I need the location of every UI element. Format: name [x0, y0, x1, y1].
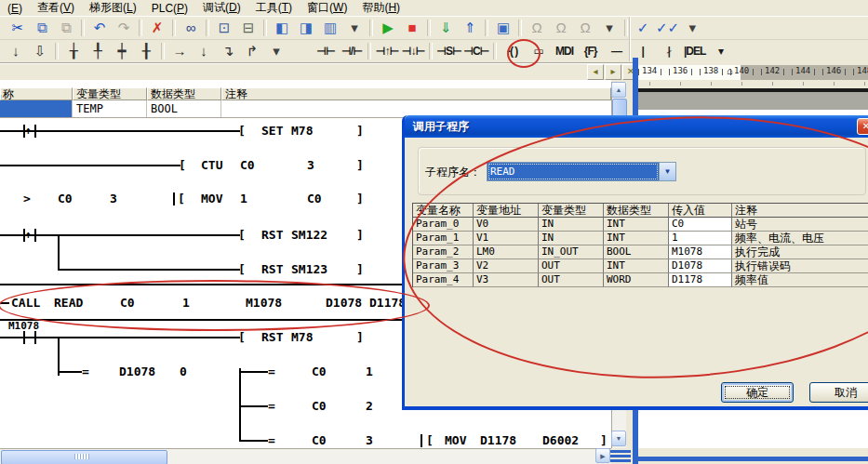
window-layout-right-icon[interactable]: ◨ — [294, 19, 318, 37]
contact-falling-icon[interactable]: ⊣↓⊢ — [400, 42, 426, 60]
delete-branch-icon[interactable]: ┿ — [110, 42, 134, 60]
print-icon[interactable]: ⊟ — [236, 19, 260, 37]
paste-icon[interactable]: ⧉ — [54, 19, 78, 37]
close-icon[interactable]: ✕ — [857, 118, 868, 135]
scroll-down-button[interactable]: ▼ — [611, 431, 626, 446]
set-contact-icon[interactable]: ⊣S⊢ — [435, 42, 462, 60]
download-program-icon[interactable]: ⇓ — [434, 19, 458, 37]
wire-corner-down-icon[interactable]: ↴ — [216, 42, 240, 60]
wire-right-icon[interactable]: → — [167, 42, 192, 60]
column-header-comment[interactable]: 注释 — [221, 87, 611, 100]
unlock-icon[interactable]: Ω — [573, 19, 597, 37]
compare-contact-icon[interactable]: ⊣C⊢ — [462, 42, 490, 60]
toolbar-separator — [367, 43, 371, 60]
delete-icon[interactable]: ✗ — [145, 19, 169, 37]
toolbar-separator — [369, 20, 373, 36]
size-grip[interactable] — [610, 450, 631, 462]
param-table-row[interactable]: Param_4V3OUTWORDD1178频率值 — [413, 273, 868, 287]
menu-item[interactable]: 工具(T) — [248, 0, 300, 16]
layout-dropdown-arrow-icon[interactable]: ▾ — [342, 19, 367, 37]
merge-branch-icon[interactable]: ╂ — [134, 42, 158, 60]
variable-type-cell[interactable]: TEMP — [73, 100, 147, 117]
param-vartype-cell: OUT — [539, 259, 604, 273]
scroll-up-button[interactable]: ▲ — [611, 82, 626, 98]
param-value-cell[interactable]: D1078 — [669, 259, 732, 273]
param-table-row[interactable]: Param_0V0ININTC0站号 — [413, 218, 868, 232]
scroll-down-icon: ▼ — [616, 435, 622, 442]
param-vartype-cell: IN — [539, 232, 604, 245]
param-value-cell[interactable]: C0 — [669, 218, 732, 232]
param-table-row[interactable]: Param_3V2OUTINTD1078执行错误码 — [413, 259, 868, 273]
menu-item[interactable]: 调试(D) — [195, 0, 248, 16]
variable-datatype-cell[interactable]: BOOL — [147, 100, 221, 117]
menu-item[interactable]: PLC(P) — [144, 2, 195, 15]
instruction-box-icon[interactable]: ▭ — [526, 42, 552, 60]
scroll-right-button[interactable]: ▶ — [595, 448, 610, 463]
horizontal-line-icon[interactable]: — — [604, 42, 630, 60]
contact-no-icon[interactable]: ⊣⊢ — [313, 42, 339, 60]
mdi-icon[interactable]: MDI — [552, 42, 578, 60]
menu-item[interactable]: 查看(V) — [30, 0, 82, 16]
insert-branch-up-icon[interactable]: ╀ — [86, 42, 110, 60]
ok-button[interactable]: 确定 — [721, 382, 794, 403]
variable-name-cell-selected[interactable] — [0, 100, 73, 117]
param-value-cell[interactable]: 1 — [669, 232, 732, 245]
print-preview-icon[interactable]: ⊡ — [212, 19, 236, 37]
upload-program-icon[interactable]: ⇑ — [458, 19, 482, 37]
insert-network-icon[interactable]: ↓ — [4, 42, 28, 60]
column-header-name[interactable]: 名称 — [0, 87, 73, 100]
wire-dropdown-arrow-icon[interactable]: ▾ — [264, 42, 288, 60]
chevron-down-icon[interactable]: ▼ — [659, 163, 675, 180]
column-header-var-type[interactable]: 变量类型 — [73, 87, 147, 100]
column-header-data-type[interactable]: 数据类型 — [147, 87, 221, 100]
dialog-title: 调用子程序 — [413, 119, 469, 135]
param-table-column-header: 变量类型 — [539, 204, 604, 218]
copy-icon[interactable]: ⧉ — [30, 19, 54, 37]
monitor-icon[interactable]: ▣ — [491, 19, 515, 37]
contact-nc-icon[interactable]: ⊣/⊢ — [339, 42, 365, 60]
param-vartype-cell: IN — [539, 218, 604, 232]
insert-branch-down-icon[interactable]: ╁ — [61, 42, 86, 60]
right-window-bottom-border — [638, 457, 868, 461]
param-value-cell[interactable]: M1078 — [669, 245, 732, 259]
contact-rising-icon[interactable]: ⊣↑⊢ — [374, 42, 400, 60]
menu-item[interactable]: (E) — [0, 2, 30, 15]
param-address-cell: V0 — [474, 218, 539, 232]
param-table-column-header: 注释 — [732, 204, 868, 218]
subroutine-name-dropdown[interactable]: READ ▼ — [487, 162, 676, 181]
variable-table-header: 名称 变量类型 数据类型 注释 — [0, 87, 611, 100]
scroll-tab-right-icon[interactable]: ▸ — [605, 64, 621, 80]
cut-icon[interactable]: ✂ — [6, 19, 30, 37]
wire-down-icon[interactable]: ↓ — [192, 42, 216, 60]
toolbar-separator — [139, 20, 142, 36]
scroll-tab-left-icon[interactable]: ◂ — [587, 64, 604, 80]
right-window-canvas-bottom — [638, 410, 868, 448]
undo-icon[interactable]: ↶ — [87, 19, 112, 37]
lock-icon[interactable]: Ω — [525, 19, 549, 37]
lock-dropdown-arrow-icon[interactable]: ▾ — [597, 19, 621, 37]
compile-all-icon[interactable]: ✓✓ — [655, 19, 680, 37]
compile-dropdown-arrow-icon[interactable]: ▾ — [680, 19, 704, 37]
param-value-cell[interactable]: D1178 — [669, 273, 732, 287]
function-block-icon[interactable]: {F} — [578, 42, 604, 60]
toolbar-ladder-edit-group: ↓⇩╁╀┿╂→↓↴↱▾ — [4, 42, 288, 60]
menu-item[interactable]: 帮助(H) — [354, 0, 407, 16]
window-layout-left-icon[interactable]: ◧ — [270, 19, 294, 37]
cancel-button[interactable]: 取消 — [809, 382, 868, 403]
toolbar-separator — [161, 43, 165, 60]
compile-icon[interactable]: ✓ — [631, 19, 655, 37]
menu-item[interactable]: 窗口(W) — [300, 0, 354, 16]
run-icon[interactable]: ▶ — [376, 19, 400, 37]
window-layout-bottom-icon[interactable]: ▥ — [318, 19, 342, 37]
stop-icon[interactable]: ■ — [400, 19, 424, 37]
coil-icon[interactable]: -( ) — [500, 42, 526, 60]
toolbar-separator — [81, 20, 85, 36]
param-table-row[interactable]: Param_1V1ININT1频率、电流、电压 — [413, 232, 868, 245]
find-icon[interactable]: ∞ — [179, 19, 203, 37]
append-network-icon[interactable]: ⇩ — [28, 42, 52, 60]
lock-partial-icon[interactable]: Ω — [549, 19, 573, 37]
wire-corner-up-icon[interactable]: ↱ — [240, 42, 264, 60]
param-table-row[interactable]: Param_2LM0IN_OUTBOOLM1078执行完成 — [413, 245, 868, 259]
redo-icon[interactable]: ↷ — [112, 19, 136, 37]
menu-item[interactable]: 梯形图(L) — [82, 0, 144, 16]
